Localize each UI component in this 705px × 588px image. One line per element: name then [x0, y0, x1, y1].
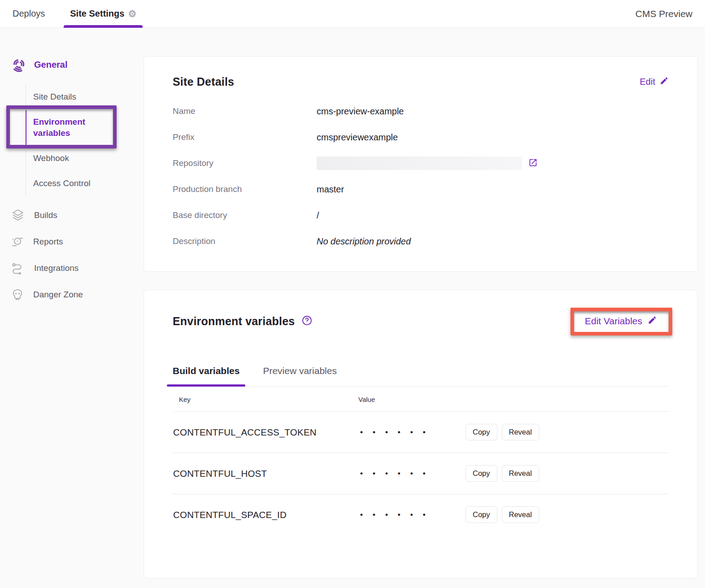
field-label: Prefix	[173, 132, 317, 142]
main-content: Site Details Edit Name cms-preview-examp…	[144, 28, 705, 585]
sidebar-item-integrations-label: Integrations	[34, 263, 78, 273]
variable-key: CONTENTFUL_HOST	[173, 468, 347, 479]
sidebar-item-general-label: General	[34, 60, 67, 70]
column-header-key: Key	[179, 396, 358, 403]
reveal-button[interactable]: Reveal	[502, 424, 539, 440]
field-label: Base directory	[173, 210, 317, 220]
field-row-description: Description No description provided	[173, 235, 669, 248]
pencil-icon	[660, 76, 669, 87]
table-row: CONTENTFUL_HOST •••••• Copy Reveal	[173, 453, 669, 494]
field-label: Repository	[173, 158, 317, 168]
sidebar-item-reports[interactable]: Reports	[11, 229, 144, 255]
copy-button[interactable]: Copy	[466, 506, 497, 523]
tab-build-variables[interactable]: Build variables	[173, 361, 239, 386]
field-label: Production branch	[173, 184, 317, 194]
field-label: Name	[173, 106, 317, 116]
table-row: CONTENTFUL_ACCESS_TOKEN •••••• Copy Reve…	[173, 412, 669, 453]
tab-build-variables-label: Build variables	[173, 366, 239, 376]
tab-site-settings-label: Site Settings	[70, 9, 124, 19]
sidebar-item-webhook[interactable]: Webhook	[33, 146, 116, 171]
field-row-base-directory: Base directory /	[173, 209, 669, 222]
sidebar-item-danger-zone-label: Danger Zone	[33, 290, 83, 300]
copy-button[interactable]: Copy	[466, 424, 497, 440]
redacted-repository-value	[317, 157, 522, 170]
sidebar-item-builds-label: Builds	[34, 210, 57, 220]
general-arcs-icon	[11, 57, 27, 73]
tab-deploys[interactable]: Deploys	[13, 0, 45, 28]
top-navigation: Deploys Site Settings ⚙ CMS Preview	[0, 0, 705, 28]
sidebar-item-builds[interactable]: Builds	[11, 202, 144, 229]
help-icon[interactable]	[302, 315, 312, 327]
sidebar-item-site-details[interactable]: Site Details	[33, 84, 116, 109]
field-row-prefix: Prefix cmspreviewexample	[173, 131, 669, 144]
gear-icon: ⚙	[128, 9, 136, 18]
general-sub-menu: Site Details Environment variables Webho…	[26, 84, 144, 196]
environment-variables-title: Environment variables	[173, 315, 295, 328]
site-name-label: CMS Preview	[635, 9, 692, 19]
field-row-name: Name cms-preview-example	[173, 105, 669, 118]
sidebar-item-access-control[interactable]: Access Control	[33, 171, 116, 196]
reveal-button[interactable]: Reveal	[502, 506, 539, 523]
copy-button[interactable]: Copy	[466, 465, 497, 482]
tab-deploys-label: Deploys	[13, 9, 45, 19]
masked-value: ••••••	[347, 510, 466, 519]
variables-table-header: Key Value	[173, 387, 669, 412]
sidebar-item-general[interactable]: General	[11, 57, 144, 73]
field-value: cmspreviewexample	[317, 132, 398, 143]
layers-icon	[11, 208, 25, 222]
edit-site-details-button[interactable]: Edit	[640, 76, 669, 87]
field-value: No description provided	[317, 236, 411, 247]
edit-variables-button[interactable]: Edit Variables	[573, 309, 669, 333]
environment-variables-card: Environment variables Edit Variables	[144, 290, 698, 579]
integrations-icon	[11, 261, 25, 275]
field-value: /	[317, 210, 319, 221]
external-link-icon[interactable]	[528, 158, 538, 169]
active-tab-underline	[64, 25, 143, 28]
sidebar-item-reports-label: Reports	[33, 237, 63, 247]
site-details-title: Site Details	[173, 75, 234, 88]
variable-key: CONTENTFUL_SPACE_ID	[173, 510, 347, 520]
sidebar-item-integrations[interactable]: Integrations	[11, 255, 144, 282]
table-row: CONTENTFUL_SPACE_ID •••••• Copy Reveal	[173, 494, 669, 535]
active-item-indicator	[26, 110, 26, 145]
field-value: master	[317, 184, 344, 195]
edit-variables-label: Edit Variables	[585, 316, 642, 327]
active-tab-underline	[167, 384, 245, 387]
sidebar-item-access-control-label: Access Control	[33, 179, 91, 188]
variables-table: Key Value CONTENTFUL_ACCESS_TOKEN ••••••…	[173, 387, 669, 535]
variable-key: CONTENTFUL_ACCESS_TOKEN	[173, 427, 347, 438]
settings-sidebar: General Site Details Environment variabl…	[0, 28, 144, 308]
sidebar-item-danger-zone[interactable]: Danger Zone	[11, 282, 144, 308]
tab-preview-variables[interactable]: Preview variables	[263, 361, 337, 386]
column-header-value: Value	[358, 396, 477, 403]
sidebar-item-environment-variables-label: Environment variables	[33, 117, 85, 138]
field-row-production-branch: Production branch master	[173, 183, 669, 196]
pencil-icon	[648, 315, 657, 327]
reveal-button[interactable]: Reveal	[502, 465, 539, 482]
sidebar-item-environment-variables[interactable]: Environment variables	[33, 109, 116, 146]
tab-site-settings[interactable]: Site Settings ⚙	[70, 0, 136, 28]
sidebar-item-webhook-label: Webhook	[33, 153, 69, 163]
field-value: cms-preview-example	[317, 106, 404, 117]
skull-icon	[11, 288, 24, 301]
variables-tabs: Build variables Preview variables	[173, 361, 669, 387]
field-row-repository: Repository	[173, 157, 669, 170]
masked-value: ••••••	[347, 469, 466, 478]
purple-annotation-box	[6, 105, 117, 148]
report-icon	[11, 235, 24, 248]
tab-preview-variables-label: Preview variables	[263, 366, 337, 376]
masked-value: ••••••	[347, 428, 466, 437]
edit-site-details-label: Edit	[640, 77, 655, 87]
site-details-card: Site Details Edit Name cms-preview-examp…	[144, 56, 698, 272]
field-label: Description	[173, 236, 317, 246]
sidebar-item-site-details-label: Site Details	[33, 92, 76, 101]
